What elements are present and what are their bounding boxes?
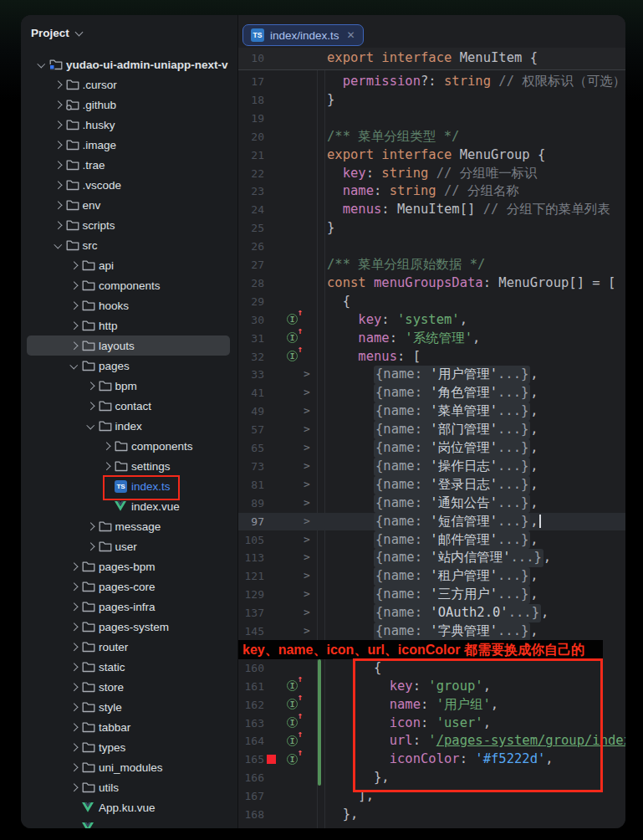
implements-member-icon[interactable]: I xyxy=(287,314,298,325)
chevron-right-icon[interactable] xyxy=(66,335,82,356)
chevron-right-icon[interactable] xyxy=(66,697,82,717)
code-line-105[interactable]: 105> {name: '邮件管理'...}, xyxy=(238,531,625,550)
folded-region-chip[interactable]: {name: '字典管理'...} xyxy=(374,622,530,641)
chevron-right-icon[interactable] xyxy=(50,155,66,175)
code-line-19[interactable]: 19 xyxy=(238,110,625,128)
tree-item-message[interactable]: message xyxy=(21,516,237,536)
code-line-113[interactable]: 113> {name: '站内信管理'...}, xyxy=(238,549,625,567)
code-line-24[interactable]: 24 menus: MenuItem[] // 分组下的菜单列表 xyxy=(238,201,625,219)
code-line-33[interactable]: 33> {name: '用户管理'...}, xyxy=(238,366,625,384)
tab-index-index-ts[interactable]: TS index/index.ts ✕ xyxy=(242,24,364,46)
code-line-22[interactable]: 22 key: string // 分组唯一标识 xyxy=(238,165,625,183)
fold-arrow-icon[interactable]: > xyxy=(304,459,310,472)
code-line-18[interactable]: 18} xyxy=(238,91,625,110)
tree-item-yudao-ui-admin-uniapp-next-v[interactable]: yudao-ui-admin-uniapp-next-v xyxy=(21,54,237,74)
chevron-right-icon[interactable] xyxy=(50,195,66,215)
chevron-right-icon[interactable] xyxy=(66,777,82,797)
chevron-right-icon[interactable] xyxy=(83,376,99,396)
fold-arrow-icon[interactable]: > xyxy=(304,423,310,435)
chevron-right-icon[interactable] xyxy=(83,396,99,416)
vcs-change-bar[interactable] xyxy=(318,659,321,786)
fold-arrow-icon[interactable]: > xyxy=(304,606,310,618)
implements-member-icon[interactable]: I xyxy=(287,754,298,765)
implements-member-icon[interactable]: I xyxy=(287,680,298,691)
tree-item-.cursor[interactable]: .cursor xyxy=(21,74,237,95)
code-line-65[interactable]: 65> {name: '岗位管理'...}, xyxy=(238,439,625,458)
tree-item-api[interactable]: api xyxy=(21,255,237,275)
sticky-line-menuitem[interactable]: 10export interface MenuItem { xyxy=(238,48,625,70)
folded-region-chip[interactable]: {name: '通知公告'...} xyxy=(374,494,530,513)
tree-item-App.ku.vue[interactable]: App.ku.vue xyxy=(21,797,237,817)
code-line-73[interactable]: 73> {name: '操作日志'...}, xyxy=(238,458,625,476)
code-line-25[interactable]: 25} xyxy=(238,219,625,238)
fold-arrow-icon[interactable]: > xyxy=(304,496,310,509)
tree-item-bpm[interactable]: bpm xyxy=(21,376,237,396)
chevron-right-icon[interactable] xyxy=(66,597,82,617)
fold-arrow-icon[interactable]: > xyxy=(304,624,310,637)
tree-item-hooks[interactable]: hooks xyxy=(21,295,237,315)
tree-item-style[interactable]: style xyxy=(21,697,237,717)
editor-pane[interactable]: TS index/index.ts ✕ 10export interface M… xyxy=(238,15,625,828)
tree-item-http[interactable]: http xyxy=(21,315,237,335)
chevron-down-icon[interactable] xyxy=(66,356,82,376)
tree-item-.trae[interactable]: .trae xyxy=(21,155,237,175)
code-line-20[interactable]: 20/** 菜单分组类型 */ xyxy=(238,128,625,146)
fold-arrow-icon[interactable]: > xyxy=(304,404,310,417)
code-line-129[interactable]: 129> {name: '三方用户'...}, xyxy=(238,586,625,604)
tree-item-router[interactable]: router xyxy=(21,637,237,657)
implements-member-icon[interactable]: I xyxy=(287,717,298,728)
folded-region-chip[interactable]: {name: '三方用户'...} xyxy=(374,586,530,604)
tree-item-layouts[interactable]: layouts xyxy=(27,335,230,356)
tree-item-components[interactable]: components xyxy=(21,436,237,456)
code-line-89[interactable]: 89> {name: '通知公告'...}, xyxy=(238,494,625,513)
chevron-down-icon[interactable] xyxy=(50,235,66,255)
implements-member-icon[interactable]: I xyxy=(287,351,298,361)
tree-item-index.vue[interactable]: index.vue xyxy=(21,496,237,516)
chevron-right-icon[interactable] xyxy=(66,576,82,597)
chevron-right-icon[interactable] xyxy=(66,255,82,275)
code-line-121[interactable]: 121> {name: '租户管理'...}, xyxy=(238,567,625,586)
tree-item-env[interactable]: env xyxy=(21,195,237,215)
folded-region-chip[interactable]: {name: '用户管理'...} xyxy=(374,366,530,384)
code-line-57[interactable]: 57> {name: '部门管理'...}, xyxy=(238,421,625,439)
color-preview-swatch[interactable] xyxy=(267,755,276,764)
code-line-17[interactable]: 17 permission?: string // 权限标识（可选） xyxy=(238,73,625,91)
implements-member-icon[interactable]: I xyxy=(287,699,298,709)
close-tab-icon[interactable]: ✕ xyxy=(345,29,355,41)
chevron-right-icon[interactable] xyxy=(66,677,82,697)
folded-region-chip[interactable]: {name: '登录日志'...} xyxy=(374,476,530,494)
fold-arrow-icon[interactable]: > xyxy=(304,441,310,453)
fold-arrow-icon[interactable]: > xyxy=(304,587,310,600)
fold-arrow-icon[interactable]: > xyxy=(304,478,310,490)
code-line-165[interactable]: 165I iconColor: '#f5222d', xyxy=(238,750,625,769)
chevron-right-icon[interactable] xyxy=(66,275,82,295)
tree-item-index.ts[interactable]: TSindex.ts xyxy=(21,476,237,496)
chevron-down-icon[interactable] xyxy=(83,416,99,436)
folded-region-chip[interactable]: {name: '租户管理'...} xyxy=(374,567,530,586)
folded-region-chip[interactable]: {name: 'OAuth2.0'...} xyxy=(374,604,541,622)
chevron-right-icon[interactable] xyxy=(66,737,82,757)
chevron-right-icon[interactable] xyxy=(50,135,66,155)
chevron-right-icon[interactable] xyxy=(50,115,66,135)
folded-region-chip[interactable]: {name: '邮件管理'...} xyxy=(374,531,530,550)
folded-region-chip[interactable]: {name: '短信管理'...} xyxy=(374,513,530,531)
chevron-right-icon[interactable] xyxy=(99,456,115,476)
code-line-167[interactable]: 167 ], xyxy=(238,787,625,806)
tree-item-pages[interactable]: pages xyxy=(21,356,237,376)
code-line-137[interactable]: 137> {name: 'OAuth2.0'...}, xyxy=(238,604,625,622)
chevron-right-icon[interactable] xyxy=(66,556,82,576)
code-line-81[interactable]: 81> {name: '登录日志'...}, xyxy=(238,476,625,494)
tree-item-.image[interactable]: .image xyxy=(21,135,237,155)
tree-item-user[interactable]: user xyxy=(21,536,237,556)
chevron-right-icon[interactable] xyxy=(66,717,82,737)
tree-item-types[interactable]: types xyxy=(21,737,237,757)
implements-member-icon[interactable]: I xyxy=(287,332,298,343)
chevron-down-icon[interactable] xyxy=(33,54,49,74)
tree-item-settings[interactable]: settings xyxy=(21,456,237,476)
code-line-28[interactable]: 28const menuGroupsData: MenuGroup[] = [ xyxy=(238,274,625,293)
chevron-right-icon[interactable] xyxy=(66,295,82,315)
implements-member-icon[interactable]: I xyxy=(287,735,298,746)
tree-item-pages-infra[interactable]: pages-infra xyxy=(21,597,237,617)
fold-arrow-icon[interactable]: > xyxy=(304,515,310,527)
tree-item-pages-system[interactable]: pages-system xyxy=(21,617,237,637)
